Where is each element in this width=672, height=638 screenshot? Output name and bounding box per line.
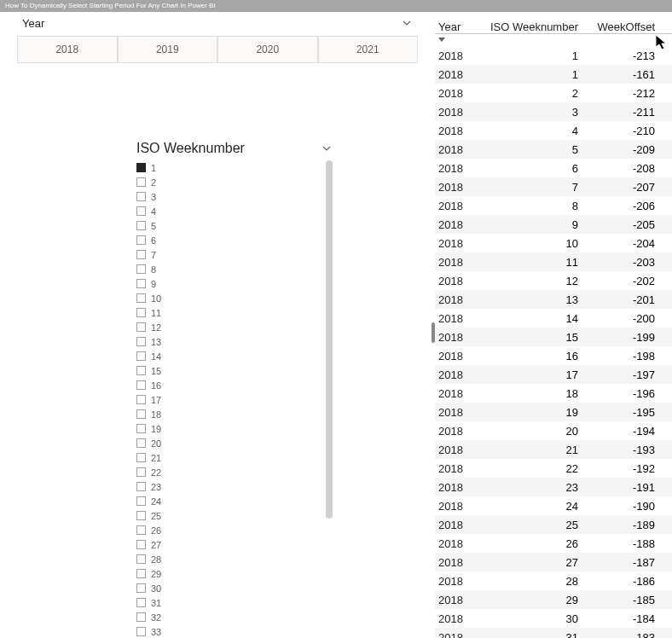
checkbox-icon[interactable] <box>136 569 146 578</box>
checkbox-icon[interactable] <box>136 438 146 448</box>
checkbox-icon[interactable] <box>136 511 146 520</box>
table-row[interactable]: 201826-188 <box>435 534 672 553</box>
checkbox-icon[interactable] <box>136 409 146 419</box>
table-row[interactable]: 20182-212 <box>435 84 672 102</box>
col-header-weekoffset[interactable]: WeekOffset <box>583 20 660 33</box>
checkbox-icon[interactable] <box>136 612 146 622</box>
iso-week-option[interactable]: 10 <box>136 291 312 305</box>
iso-week-option[interactable]: 15 <box>136 363 312 378</box>
iso-week-option[interactable]: 25 <box>136 508 312 523</box>
table-row[interactable]: 201830-184 <box>435 609 672 628</box>
table-row[interactable]: 201813-201 <box>435 290 672 309</box>
table-row[interactable]: 201810-204 <box>435 234 672 252</box>
iso-week-option[interactable]: 13 <box>136 334 312 349</box>
iso-week-option[interactable]: 6 <box>136 233 312 247</box>
iso-week-option[interactable]: 16 <box>136 378 312 392</box>
checkbox-icon[interactable] <box>136 322 146 332</box>
checkbox-icon[interactable] <box>136 264 146 274</box>
table-row[interactable]: 20188-206 <box>435 196 672 215</box>
table-row[interactable]: 201823-191 <box>435 478 672 496</box>
iso-week-option[interactable]: 24 <box>136 494 312 508</box>
iso-week-option[interactable]: 27 <box>136 537 312 552</box>
table-row[interactable]: 201814-200 <box>435 309 672 328</box>
checkbox-icon[interactable] <box>136 337 146 346</box>
table-row[interactable]: 20185-209 <box>435 140 672 159</box>
iso-week-option[interactable]: 5 <box>136 218 312 233</box>
checkbox-icon[interactable] <box>136 395 146 404</box>
table-row[interactable]: 201820-194 <box>435 421 672 440</box>
table-row[interactable]: 201828-186 <box>435 571 672 590</box>
table-row[interactable]: 201822-192 <box>435 459 672 478</box>
iso-week-option[interactable]: 30 <box>136 581 312 595</box>
checkbox-icon[interactable] <box>136 583 146 593</box>
checkbox-icon[interactable] <box>136 496 146 506</box>
scrollbar-thumb[interactable] <box>326 160 333 519</box>
table-row[interactable]: 201824-190 <box>435 496 672 515</box>
iso-week-option[interactable]: 29 <box>136 566 312 581</box>
table-row[interactable]: 201831-183 <box>435 628 672 638</box>
iso-week-option[interactable]: 20 <box>136 436 312 450</box>
col-header-year[interactable]: Year <box>438 20 481 33</box>
iso-week-option[interactable]: 2 <box>136 175 312 189</box>
checkbox-icon[interactable] <box>136 206 146 216</box>
checkbox-icon[interactable] <box>136 598 146 607</box>
table-row[interactable]: 20184-210 <box>435 121 672 140</box>
table-scrollbar-thumb[interactable] <box>432 322 435 343</box>
checkbox-icon[interactable] <box>136 221 146 230</box>
table-row[interactable]: 201817-197 <box>435 365 672 384</box>
chevron-down-icon[interactable] <box>401 17 413 29</box>
table-row[interactable]: 201825-189 <box>435 515 672 534</box>
checkbox-icon[interactable] <box>136 380 146 390</box>
iso-week-option[interactable]: 19 <box>136 421 312 436</box>
iso-week-option[interactable]: 23 <box>136 479 312 494</box>
year-button[interactable]: 2018 <box>17 36 118 63</box>
iso-week-option[interactable]: 17 <box>136 392 312 407</box>
iso-week-option[interactable]: 33 <box>136 624 312 638</box>
chevron-down-icon[interactable] <box>321 142 333 154</box>
checkbox-icon[interactable] <box>136 308 146 317</box>
table-row[interactable]: 201816-198 <box>435 346 672 365</box>
checkbox-icon[interactable] <box>136 192 146 201</box>
checkbox-icon[interactable] <box>136 627 146 636</box>
year-button[interactable]: 2021 <box>318 36 419 63</box>
iso-week-option[interactable]: 21 <box>136 450 312 465</box>
table-row[interactable]: 20183-211 <box>435 102 672 121</box>
iso-week-option[interactable]: 22 <box>136 465 312 479</box>
table-row[interactable]: 201818-196 <box>435 384 672 403</box>
iso-week-option[interactable]: 3 <box>136 189 312 204</box>
checkbox-icon[interactable] <box>136 235 146 245</box>
table-row[interactable]: 201827-187 <box>435 553 672 571</box>
checkbox-icon[interactable] <box>136 424 146 433</box>
checkbox-icon[interactable] <box>136 250 146 259</box>
iso-week-option[interactable]: 9 <box>136 276 312 291</box>
iso-week-option[interactable]: 8 <box>136 262 312 276</box>
checkbox-icon[interactable] <box>136 554 146 564</box>
table-row[interactable]: 201829-185 <box>435 590 672 609</box>
iso-week-option[interactable]: 14 <box>136 349 312 363</box>
table-row[interactable]: 201815-199 <box>435 328 672 346</box>
table-row[interactable]: 20181-213 <box>435 46 672 65</box>
iso-week-option[interactable]: 18 <box>136 407 312 421</box>
checkbox-icon[interactable] <box>136 163 146 172</box>
iso-week-option[interactable]: 31 <box>136 595 312 610</box>
iso-week-option[interactable]: 32 <box>136 610 312 624</box>
table-row[interactable]: 20186-208 <box>435 159 672 177</box>
table-row[interactable]: 201811-203 <box>435 252 672 271</box>
iso-week-option[interactable]: 26 <box>136 523 312 537</box>
table-row[interactable]: 20187-207 <box>435 177 672 196</box>
iso-week-option[interactable]: 7 <box>136 247 312 262</box>
col-header-isoweek[interactable]: ISO Weeknumber <box>481 20 583 33</box>
table-row[interactable]: 201819-195 <box>435 403 672 421</box>
checkbox-icon[interactable] <box>136 293 146 303</box>
checkbox-icon[interactable] <box>136 279 146 288</box>
year-button[interactable]: 2019 <box>118 36 218 63</box>
iso-week-option[interactable]: 11 <box>136 305 312 320</box>
checkbox-icon[interactable] <box>136 366 146 375</box>
scrollbar-track[interactable] <box>326 160 333 519</box>
checkbox-icon[interactable] <box>136 540 146 549</box>
checkbox-icon[interactable] <box>136 351 146 361</box>
checkbox-icon[interactable] <box>136 525 146 535</box>
year-button[interactable]: 2020 <box>217 36 318 63</box>
iso-week-option[interactable]: 4 <box>136 204 312 218</box>
table-row[interactable]: 20189-205 <box>435 215 672 234</box>
